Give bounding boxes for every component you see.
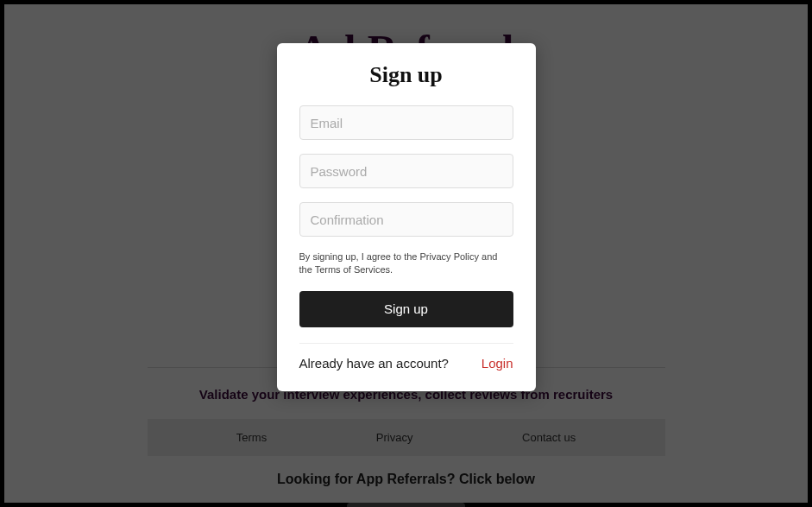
confirmation-field[interactable]	[299, 202, 513, 237]
modal-title: Sign up	[299, 62, 513, 88]
email-field[interactable]	[299, 105, 513, 140]
agree-text: By signing up, I agree to the Privacy Po…	[299, 250, 513, 277]
login-link[interactable]: Login	[482, 356, 513, 371]
modal-divider	[299, 343, 513, 344]
signup-button[interactable]: Sign up	[299, 291, 513, 327]
already-have-account-text: Already have an account?	[299, 356, 449, 371]
signup-modal: Sign up By signing up, I agree to the Pr…	[277, 43, 536, 391]
app-referrals-button[interactable]: App Referrals	[347, 503, 466, 507]
password-field[interactable]	[299, 154, 513, 188]
